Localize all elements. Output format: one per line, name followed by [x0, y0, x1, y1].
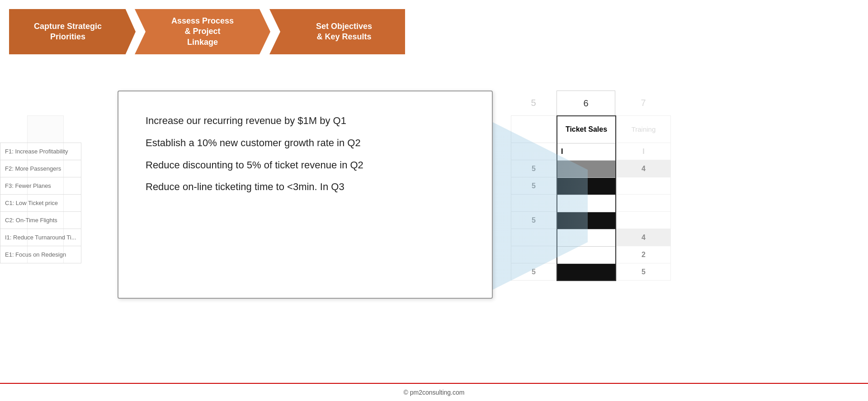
- col7-row8: 5: [617, 263, 671, 281]
- col6-row4: [557, 195, 616, 212]
- row-label-c2: C2: On-Time Flights: [0, 212, 81, 229]
- col7-area: 7 Training I 4: [616, 91, 671, 281]
- col7-row1: I: [617, 143, 671, 160]
- footer: © pm2consulting.com: [0, 383, 868, 401]
- process-arrows: Capture Strategic Priorities Assess Proc…: [9, 9, 405, 54]
- col6-row6: [557, 229, 616, 246]
- arrow-set-label: Set Objectives & Key Results: [316, 21, 372, 43]
- row-label-f3: F3: Fewer Planes: [0, 177, 81, 195]
- row-label-c1: C1: Low Ticket price: [0, 195, 81, 212]
- col7-row6: 4: [617, 229, 671, 246]
- col6-row5: [557, 212, 616, 229]
- col6-area: 6 Ticket Sales I: [557, 91, 616, 281]
- col6-number: 6: [557, 91, 615, 115]
- popup-line-2: Establish a 10% new customer growth rate…: [146, 136, 465, 150]
- row-label-i1: I1: Reduce Turnaround Ti...: [0, 229, 81, 246]
- row-label-f2: F2: More Passengers: [0, 160, 81, 177]
- col7-row2: 4: [617, 160, 671, 177]
- popup-line-1: Increase our recurring revenue by $1M by…: [146, 114, 465, 128]
- col7-row5: [617, 212, 671, 229]
- arrow-capture-label: Capture Strategic Priorities: [34, 21, 102, 43]
- col7-row4: [617, 195, 671, 212]
- arrow-capture: Capture Strategic Priorities: [9, 9, 136, 54]
- main-content: F1: Increase Profitability F2: More Pass…: [0, 91, 868, 383]
- left-labels-table: F1: Increase Profitability F2: More Pass…: [0, 143, 81, 263]
- popup-card: Increase our recurring revenue by $1M by…: [118, 91, 493, 299]
- col5-number: 5: [511, 91, 556, 115]
- popup-line-4: Reduce on-line ticketing time to <3min. …: [146, 180, 465, 194]
- col6-header: Ticket Sales: [557, 116, 616, 143]
- footer-text: © pm2consulting.com: [404, 389, 465, 396]
- col6-row8: [557, 263, 616, 281]
- col7-number: 7: [616, 91, 670, 115]
- popup-line-3: Reduce discounting to 5% of ticket reven…: [146, 158, 465, 172]
- col6-row1: I: [557, 143, 616, 160]
- col7-row7: 2: [617, 246, 671, 263]
- col5-area: 5 5 5 5 5: [511, 91, 557, 281]
- col7-header: Training: [617, 116, 671, 143]
- right-tables-area: 5 5 5 5 5 6 Ticket Sales: [511, 91, 671, 281]
- col6-row2: [557, 160, 616, 177]
- arrow-assess: Assess Process & Project Linkage: [135, 9, 270, 54]
- col6-row3: [557, 177, 616, 195]
- row-label-f1: F1: Increase Profitability: [0, 143, 81, 160]
- arrow-assess-label: Assess Process & Project Linkage: [171, 16, 234, 48]
- row-label-e1: E1: Focus on Redesign: [0, 246, 81, 263]
- col7-row3: [617, 177, 671, 195]
- arrow-set: Set Objectives & Key Results: [269, 9, 405, 54]
- col6-row7: [557, 246, 616, 263]
